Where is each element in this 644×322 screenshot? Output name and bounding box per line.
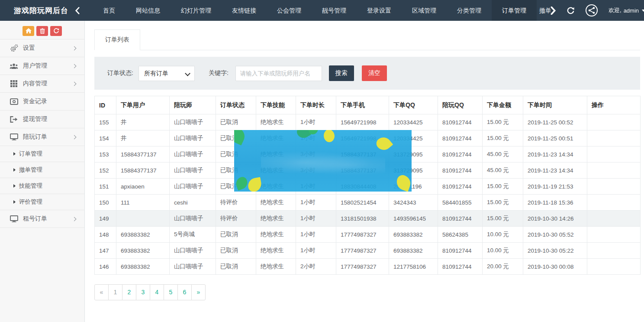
search-button[interactable]: 搜索 xyxy=(329,65,354,81)
table-row[interactable]: 15215884377137山口喵喵子已取消绝地求生3小时15884377137… xyxy=(95,163,641,179)
page-button-5[interactable]: 5 xyxy=(164,284,178,300)
table-cell xyxy=(587,130,641,146)
page-button-3[interactable]: 3 xyxy=(136,284,150,300)
nav-item-2[interactable]: 网站信息 xyxy=(126,0,171,21)
nav-item-11[interactable]: 撤单管理 xyxy=(537,0,551,21)
keyword-input[interactable] xyxy=(235,66,322,81)
table-row[interactable]: 151apxiaoen山口喵喵子已取消绝地求生1小时18830844408201… xyxy=(95,179,641,195)
recycle-button[interactable] xyxy=(50,26,62,36)
main-content: 订单列表 订单状态: 所有订单 关键字: 搜索 清空 ID下单用户陪玩师订单状态… xyxy=(85,21,644,300)
table-cell: 绝地求生 xyxy=(256,146,296,163)
brand: 游戏陪玩网后台 xyxy=(0,0,85,21)
table-row[interactable]: 1486938833825号商城已取消绝地求生1小时17774987327693… xyxy=(95,227,641,243)
users-icon xyxy=(10,63,18,69)
table-cell: 120334425 xyxy=(389,130,438,146)
sidebar-item-用户管理[interactable]: 用户管理 xyxy=(0,57,84,75)
sidebar-subitem-订单管理[interactable]: 订单管理 xyxy=(0,146,84,162)
table-cell: 井 xyxy=(116,130,170,146)
table-cell: 2019-10-30 14:26 xyxy=(523,211,587,227)
sidebar-subitem-撤单管理[interactable]: 撤单管理 xyxy=(0,162,84,178)
chevron-right-icon xyxy=(72,64,77,68)
table-cell: 绝地求生 xyxy=(256,227,296,243)
page-button-»[interactable]: » xyxy=(191,284,206,300)
sidebar-item-内容管理[interactable]: 内容管理 xyxy=(0,75,84,93)
sidebar-subitem-技能管理[interactable]: 技能管理 xyxy=(0,178,84,194)
nav-item-3[interactable]: 幻灯片管理 xyxy=(171,0,222,21)
chevron-right-icon xyxy=(72,46,77,51)
nav-item-5[interactable]: 公会管理 xyxy=(267,0,312,21)
table-cell xyxy=(587,114,641,130)
table-cell: 已取消 xyxy=(216,163,256,179)
table-row[interactable]: 147693883382山口喵喵子已取消绝地求生1小时1777498732769… xyxy=(95,243,641,259)
table-cell: 已取消 xyxy=(216,227,256,243)
sidebar-item-租号订单[interactable]: 租号订单 xyxy=(0,210,84,228)
status-select[interactable]: 所有订单 xyxy=(138,66,195,81)
nav-item-6[interactable]: 靓号管理 xyxy=(312,0,357,21)
table-cell: 10.00 元 xyxy=(483,243,523,259)
sidebar-item-设置[interactable]: 设置 xyxy=(0,39,84,57)
table-cell: 810912744 xyxy=(438,114,483,130)
table-cell: 693883382 xyxy=(116,243,170,259)
clear-button[interactable]: 清空 xyxy=(362,65,387,81)
user-menu[interactable]: 欢迎, admin xyxy=(609,7,644,14)
nav-item-7[interactable]: 登录设置 xyxy=(357,0,402,21)
page-button-6[interactable]: 6 xyxy=(177,284,192,300)
table-cell: 2019-10-30 00:08 xyxy=(523,259,587,275)
table-cell: 2019-10-30 05:52 xyxy=(523,227,587,243)
table-cell: 山口喵喵子 xyxy=(170,211,216,227)
column-header: 下单时长 xyxy=(296,96,336,114)
avatar[interactable] xyxy=(585,4,598,17)
topbar: 游戏陪玩网后台 首页网站信息幻灯片管理友情链接公会管理靓号管理登录设置区域管理分… xyxy=(0,0,644,21)
table-row[interactable]: 149山口喵喵子待评价绝地求生1小时1318150193814935961458… xyxy=(95,211,641,227)
sidebar-item-资金记录[interactable]: 资金记录 xyxy=(0,93,84,111)
table-cell: 绝地求生 xyxy=(256,179,296,195)
monitor-icon xyxy=(10,215,18,222)
sidebar-collapse-icon[interactable] xyxy=(75,7,80,14)
sidebar-item-label: 陪玩订单 xyxy=(23,133,47,141)
sidebar-subitem-评价管理[interactable]: 评价管理 xyxy=(0,194,84,210)
table-row[interactable]: 154井山口喵喵子已取消绝地求生1小时156497219981203344258… xyxy=(95,130,641,146)
table-cell: 1493596145 xyxy=(389,211,438,227)
table-cell xyxy=(587,259,641,275)
table-row[interactable]: 150111ceshi待评价绝地求生1小时1580252145434243435… xyxy=(95,195,641,211)
nav-item-10[interactable]: 订单管理 xyxy=(492,0,537,21)
topbar-right: 欢迎, admin xyxy=(551,0,644,21)
trash-button[interactable] xyxy=(36,26,48,36)
table-row[interactable]: 146693883382山口喵喵子已取消绝地求生2小时1777498732712… xyxy=(95,259,641,275)
nav-item-9[interactable]: 分类管理 xyxy=(447,0,492,21)
table-cell: 20.00 元 xyxy=(483,259,523,275)
table-cell: 15802521454 xyxy=(336,195,389,211)
table-cell: 313729095 xyxy=(389,163,438,179)
table-cell xyxy=(116,211,170,227)
page-button-2[interactable]: 2 xyxy=(122,284,136,300)
table-cell: 1小时 xyxy=(296,179,336,195)
sidebar-item-提现管理[interactable]: 提现管理 xyxy=(0,111,84,128)
column-header: 下单技能 xyxy=(256,96,296,114)
refresh-icon[interactable] xyxy=(567,7,575,15)
table-cell: 山口喵喵子 xyxy=(170,179,216,195)
column-header: 陪玩QQ xyxy=(438,96,483,114)
page-button-4[interactable]: 4 xyxy=(150,284,164,300)
table-row[interactable]: 15315884377137山口喵喵子已取消绝地求生3小时15884377137… xyxy=(95,146,641,163)
table-cell: 山口喵喵子 xyxy=(170,259,216,275)
home-button[interactable] xyxy=(23,26,34,36)
table-cell: 绝地求生 xyxy=(256,243,296,259)
table-cell: 17774987327 xyxy=(336,227,389,243)
table-cell: 2019-11-19 21:53 xyxy=(523,179,587,195)
table-cell: 153 xyxy=(95,146,116,163)
nav-item-4[interactable]: 友情链接 xyxy=(222,0,267,21)
table-cell: 693883382 xyxy=(389,243,438,259)
topbar-nav: 首页网站信息幻灯片管理友情链接公会管理靓号管理登录设置区域管理分类管理订单管理撤… xyxy=(93,0,551,21)
table-cell: 17774987327 xyxy=(336,243,389,259)
sidebar-item-陪玩订单[interactable]: 陪玩订单 xyxy=(0,128,84,146)
table-row[interactable]: 155井山口喵喵子已取消绝地求生1小时156497219981203344258… xyxy=(95,114,641,130)
chevron-right-icon xyxy=(72,217,77,221)
table-cell: 已取消 xyxy=(216,130,256,146)
tab-order-list[interactable]: 订单列表 xyxy=(94,29,140,50)
table-cell xyxy=(587,179,641,195)
nav-next-icon[interactable] xyxy=(551,7,556,15)
money-icon xyxy=(10,98,18,105)
nav-item-1[interactable]: 首页 xyxy=(93,0,126,21)
table-cell: 15884377137 xyxy=(336,163,389,179)
nav-item-8[interactable]: 区域管理 xyxy=(402,0,447,21)
